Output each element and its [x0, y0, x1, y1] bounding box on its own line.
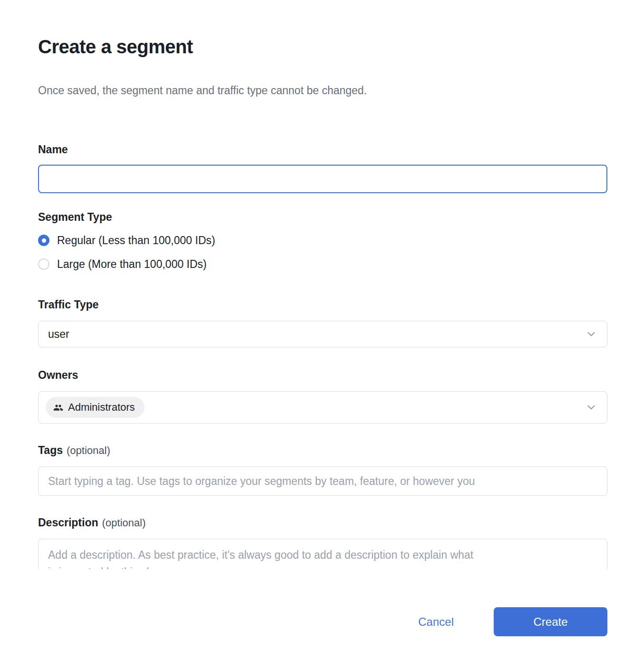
chevron-down-icon[interactable] — [585, 401, 597, 414]
owner-chip-administrators[interactable]: Administrators — [46, 397, 145, 418]
description-label: Description — [38, 516, 98, 529]
description-placeholder-line2: is impacted by this change. — [48, 563, 597, 569]
segment-type-group: Segment Type Regular (Less than 100,000 … — [38, 210, 607, 272]
description-group: Description(optional) Add a description.… — [38, 516, 607, 569]
dialog-footer: Cancel Create — [38, 607, 607, 636]
name-field-group: Name — [38, 143, 607, 193]
traffic-type-value: user — [48, 328, 69, 341]
description-placeholder-line1: Add a description. As best practice, it'… — [48, 546, 597, 563]
description-optional-note: (optional) — [102, 517, 146, 529]
tags-group: Tags(optional) — [38, 444, 607, 496]
tags-label: Tags — [38, 444, 63, 456]
dialog-subtitle: Once saved, the segment name and traffic… — [38, 84, 607, 97]
cancel-button[interactable]: Cancel — [418, 615, 454, 629]
create-segment-dialog: Create a segment Once saved, the segment… — [0, 0, 644, 636]
page-title: Create a segment — [38, 35, 607, 58]
description-textarea-clip: Add a description. As best practice, it'… — [38, 539, 607, 569]
owners-label: Owners — [38, 368, 607, 382]
traffic-type-select[interactable]: user — [38, 321, 607, 347]
name-label: Name — [38, 143, 607, 156]
owners-select[interactable]: Administrators — [38, 391, 607, 424]
name-input[interactable] — [38, 165, 607, 193]
tags-label-row: Tags(optional) — [38, 444, 607, 457]
radio-unselected-icon — [38, 258, 49, 270]
radio-option-label: Large (More than 100,000 IDs) — [57, 258, 207, 271]
traffic-type-label: Traffic Type — [38, 298, 607, 311]
description-label-row: Description(optional) — [38, 516, 607, 529]
create-button[interactable]: Create — [494, 607, 607, 636]
chevron-down-icon[interactable] — [585, 328, 597, 340]
owners-group: Owners Administrators — [38, 368, 607, 424]
radio-option-regular[interactable]: Regular (Less than 100,000 IDs) — [38, 232, 607, 248]
segment-type-label: Segment Type — [38, 210, 607, 224]
radio-selected-icon — [38, 235, 49, 246]
tags-optional-note: (optional) — [67, 444, 110, 456]
description-textarea[interactable]: Add a description. As best practice, it'… — [38, 539, 607, 569]
tags-input[interactable] — [38, 466, 607, 496]
owner-chip-label: Administrators — [68, 401, 135, 414]
radio-option-large[interactable]: Large (More than 100,000 IDs) — [38, 256, 607, 272]
people-icon — [53, 403, 63, 413]
traffic-type-group: Traffic Type user — [38, 298, 607, 347]
radio-option-label: Regular (Less than 100,000 IDs) — [57, 234, 215, 247]
